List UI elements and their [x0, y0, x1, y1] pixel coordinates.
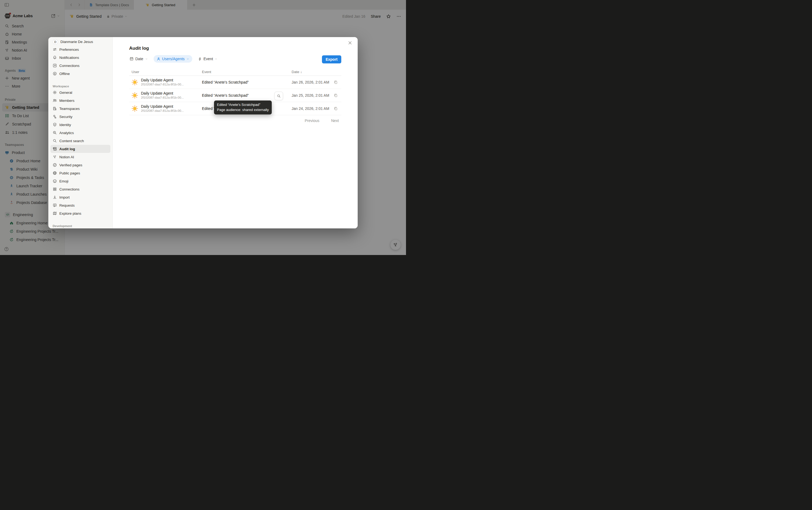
settings-nav-connections-workspace[interactable]: Connections — [51, 185, 110, 193]
settings-nav-members[interactable]: Members — [51, 96, 110, 105]
audit-log-panel: Audit log Date Users/Agents Event — [113, 37, 358, 228]
table-header: User Event Date ↓ — [129, 68, 341, 76]
settings-nav-audit-log[interactable]: Audit log — [51, 145, 110, 153]
table-row[interactable]: Daily Update Agent 2f102087-daa7-812a-8f… — [129, 76, 341, 89]
download-circle-icon — [53, 72, 57, 76]
sun-avatar — [131, 105, 138, 112]
settings-nav-identity[interactable]: Identity — [51, 121, 110, 129]
ai-face-icon — [53, 155, 57, 159]
smiley-icon — [53, 179, 57, 183]
shield-check-icon — [53, 122, 57, 127]
settings-nav-analytics[interactable]: Analytics — [51, 129, 110, 137]
request-bubble-icon — [53, 203, 57, 207]
settings-nav-connections[interactable]: Connections — [51, 61, 110, 69]
workspace-section-label: Workspace — [48, 81, 113, 88]
grid-icon — [53, 187, 57, 191]
export-button[interactable]: Export — [322, 55, 341, 63]
settings-nav-preferences[interactable]: Preferences — [51, 46, 110, 54]
table-row[interactable]: Daily Update Agent 2f102087-daa7-812a-8f… — [129, 89, 341, 102]
building-icon — [53, 106, 57, 111]
settings-nav-content-search[interactable]: Content search — [51, 137, 110, 145]
copy-icon[interactable] — [333, 106, 338, 111]
settings-nav-notifications[interactable]: Notifications — [51, 54, 110, 61]
settings-nav-requests[interactable]: Requests — [51, 201, 110, 209]
sun-avatar — [131, 92, 138, 98]
key-icon — [53, 114, 57, 119]
chevron-down-icon — [145, 57, 148, 60]
sliders-icon — [53, 47, 57, 52]
column-header-date[interactable]: Date ↓ — [289, 70, 341, 74]
settings-nav-security[interactable]: Security — [51, 113, 110, 121]
calendar-icon — [129, 57, 134, 61]
copy-icon[interactable] — [333, 93, 338, 97]
next-button[interactable]: Next — [331, 118, 339, 123]
chevron-down-icon — [215, 57, 217, 60]
filter-bar: Date Users/Agents Event — [127, 55, 219, 63]
gear-icon — [53, 90, 57, 94]
settings-modal: D Dianmarie De Jesus Preferences Notific… — [48, 37, 358, 228]
settings-nav-teamspaces[interactable]: Teamspaces — [51, 105, 110, 113]
bolt-icon — [198, 57, 202, 61]
bell-icon — [53, 55, 57, 60]
person-icon — [156, 57, 160, 61]
map-icon — [53, 211, 57, 216]
settings-nav-general[interactable]: General — [51, 88, 110, 96]
search-icon — [53, 139, 57, 143]
panel-title: Audit log — [129, 46, 149, 51]
search-sparkle-icon — [53, 131, 57, 135]
event-filter[interactable]: Event — [196, 55, 220, 63]
settings-nav-public-pages[interactable]: Public pages — [51, 169, 110, 177]
close-button[interactable] — [348, 40, 352, 45]
column-header-user[interactable]: User — [129, 70, 200, 74]
previous-button[interactable]: Previous — [305, 118, 319, 123]
members-icon — [53, 98, 57, 103]
search-icon — [277, 94, 281, 98]
external-link-icon — [53, 63, 57, 68]
settings-nav-account[interactable]: D Dianmarie De Jesus — [51, 38, 110, 46]
settings-nav-emoji[interactable]: Emoji — [51, 177, 110, 185]
copy-icon[interactable] — [333, 80, 338, 84]
settings-nav-explore-plans[interactable]: Explore plans — [51, 209, 110, 217]
date-filter[interactable]: Date — [127, 55, 150, 63]
avatar: D — [53, 39, 58, 45]
development-section-label: Development — [48, 221, 113, 228]
users-agents-filter[interactable]: Users/Agents — [154, 55, 192, 63]
settings-nav: D Dianmarie De Jesus Preferences Notific… — [48, 37, 113, 228]
column-header-event[interactable]: Event — [200, 70, 289, 74]
row-preview-button[interactable] — [274, 92, 283, 100]
settings-nav-verified-pages[interactable]: Verified pages — [51, 161, 110, 169]
close-icon — [348, 40, 352, 45]
pagination: Previous Next — [305, 118, 339, 123]
chevron-down-icon — [186, 57, 189, 60]
settings-nav-notion-ai[interactable]: Notion AI — [51, 153, 110, 161]
settings-nav-import[interactable]: Import — [51, 193, 110, 201]
app-window: ACME Acme Labs Search Home Meetings — [0, 0, 406, 255]
scroll-icon — [53, 147, 57, 151]
sort-arrow: ↓ — [300, 70, 302, 74]
globe-icon — [53, 171, 57, 175]
settings-nav-offline[interactable]: Offline — [51, 69, 110, 78]
sun-avatar — [131, 79, 138, 85]
badge-check-icon — [53, 163, 57, 167]
event-tooltip: Edited “Anete's Scratchpad” Page audienc… — [214, 101, 272, 114]
import-icon — [53, 195, 57, 199]
